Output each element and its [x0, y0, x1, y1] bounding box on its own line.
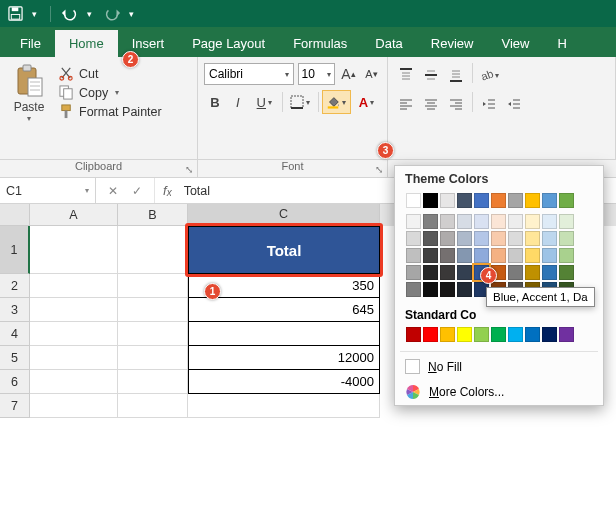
cell-b5[interactable]	[118, 346, 188, 370]
align-center-button[interactable]	[419, 92, 443, 116]
cell-b1[interactable]	[118, 226, 188, 274]
col-header-a[interactable]: A	[30, 204, 118, 226]
align-top-button[interactable]	[394, 63, 418, 87]
format-painter-button[interactable]: Format Painter	[57, 102, 192, 121]
color-swatch[interactable]	[474, 248, 489, 263]
name-box[interactable]: C1 ▾	[0, 178, 96, 203]
color-swatch[interactable]	[423, 193, 438, 208]
color-swatch[interactable]	[406, 327, 421, 342]
color-swatch[interactable]	[542, 231, 557, 246]
color-swatch[interactable]	[559, 214, 574, 229]
copy-dropdown-icon[interactable]: ▾	[115, 88, 119, 97]
color-swatch[interactable]	[559, 231, 574, 246]
underline-button[interactable]: U▾	[250, 90, 279, 114]
color-swatch[interactable]	[491, 231, 506, 246]
color-swatch[interactable]	[525, 231, 540, 246]
color-swatch[interactable]	[423, 248, 438, 263]
color-swatch[interactable]	[559, 327, 574, 342]
tab-view[interactable]: View	[487, 30, 543, 57]
tab-page-layout[interactable]: Page Layout	[178, 30, 279, 57]
color-swatch[interactable]	[491, 214, 506, 229]
color-swatch[interactable]	[406, 214, 421, 229]
row-header-1[interactable]: 1	[0, 226, 30, 274]
color-swatch[interactable]	[542, 214, 557, 229]
color-swatch[interactable]	[423, 282, 438, 297]
tab-home[interactable]: Home	[55, 30, 118, 57]
font-expand-icon[interactable]: ⤡	[373, 163, 385, 175]
color-swatch[interactable]	[525, 193, 540, 208]
color-swatch[interactable]	[440, 327, 455, 342]
cell-a3[interactable]	[30, 298, 118, 322]
fill-color-button[interactable]: ▾	[322, 90, 351, 114]
decrease-font-button[interactable]: A▾	[362, 63, 381, 85]
select-all-corner[interactable]	[0, 204, 30, 226]
color-swatch[interactable]	[542, 248, 557, 263]
col-header-c[interactable]: C	[188, 204, 380, 226]
color-swatch[interactable]	[474, 327, 489, 342]
row-header-2[interactable]: 2	[0, 274, 30, 298]
enter-formula-button[interactable]: ✓	[128, 182, 146, 200]
tab-file[interactable]: File	[6, 30, 55, 57]
tab-data[interactable]: Data	[361, 30, 416, 57]
row-header-3[interactable]: 3	[0, 298, 30, 322]
increase-indent-button[interactable]	[502, 92, 526, 116]
color-swatch[interactable]	[457, 231, 472, 246]
cell-a7[interactable]	[30, 394, 118, 418]
cell-c3[interactable]: 645	[188, 298, 380, 322]
align-left-button[interactable]	[394, 92, 418, 116]
cell-c7[interactable]	[188, 394, 380, 418]
color-swatch[interactable]	[508, 248, 523, 263]
clipboard-expand-icon[interactable]: ⤡	[183, 163, 195, 175]
cell-a4[interactable]	[30, 322, 118, 346]
color-swatch[interactable]	[406, 248, 421, 263]
font-name-select[interactable]: Calibri ▾	[204, 63, 294, 85]
color-swatch[interactable]	[474, 231, 489, 246]
color-swatch[interactable]	[457, 282, 472, 297]
row-header-7[interactable]: 7	[0, 394, 30, 418]
col-header-b[interactable]: B	[118, 204, 188, 226]
color-swatch[interactable]	[491, 193, 506, 208]
cell-b6[interactable]	[118, 370, 188, 394]
copy-button[interactable]: Copy ▾	[57, 83, 192, 102]
cell-b2[interactable]	[118, 274, 188, 298]
tab-formulas[interactable]: Formulas	[279, 30, 361, 57]
font-size-select[interactable]: 10 ▾	[298, 63, 335, 85]
color-swatch[interactable]	[457, 265, 472, 280]
color-swatch[interactable]	[406, 193, 421, 208]
color-swatch[interactable]	[508, 327, 523, 342]
cell-c1[interactable]: Total	[188, 226, 380, 274]
row-header-4[interactable]: 4	[0, 322, 30, 346]
cell-a6[interactable]	[30, 370, 118, 394]
align-right-button[interactable]	[444, 92, 468, 116]
paste-button[interactable]: Paste ▾	[5, 62, 53, 159]
color-swatch[interactable]	[457, 214, 472, 229]
cell-c6[interactable]: -4000	[188, 370, 380, 394]
color-swatch[interactable]	[440, 265, 455, 280]
color-swatch[interactable]	[542, 265, 557, 280]
color-swatch[interactable]	[525, 265, 540, 280]
tab-more[interactable]: H	[543, 30, 580, 57]
border-button[interactable]: ▾	[286, 90, 315, 114]
color-swatch[interactable]	[542, 327, 557, 342]
no-fill-item[interactable]: No Fill	[395, 354, 603, 379]
color-swatch[interactable]	[474, 214, 489, 229]
cell-a1[interactable]	[30, 226, 118, 274]
increase-font-button[interactable]: A▴	[339, 63, 358, 85]
orientation-button[interactable]: ab▾	[477, 63, 501, 87]
color-swatch[interactable]	[406, 231, 421, 246]
color-swatch[interactable]	[423, 265, 438, 280]
bold-button[interactable]: B	[204, 90, 226, 114]
cell-b3[interactable]	[118, 298, 188, 322]
color-swatch[interactable]	[559, 265, 574, 280]
color-swatch[interactable]	[559, 193, 574, 208]
color-swatch[interactable]	[474, 193, 489, 208]
color-swatch[interactable]	[440, 248, 455, 263]
cell-c5[interactable]: 12000	[188, 346, 380, 370]
color-swatch[interactable]	[423, 327, 438, 342]
paste-dropdown-icon[interactable]: ▾	[27, 114, 31, 123]
cell-b4[interactable]	[118, 322, 188, 346]
color-swatch[interactable]	[406, 282, 421, 297]
color-swatch[interactable]	[525, 214, 540, 229]
color-swatch[interactable]	[525, 327, 540, 342]
color-swatch[interactable]	[491, 248, 506, 263]
